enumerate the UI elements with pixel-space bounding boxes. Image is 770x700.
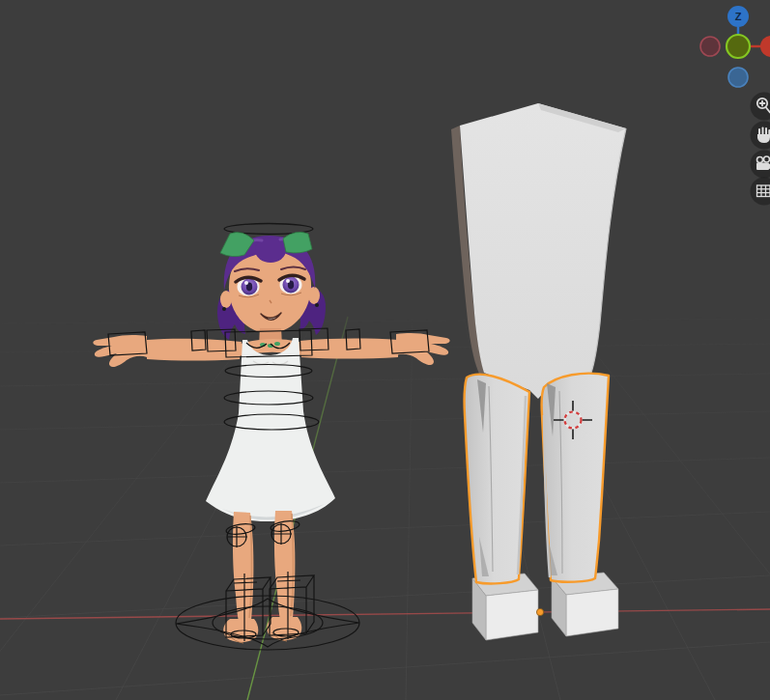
viewport-canvas: Z (0, 0, 770, 700)
right-earring (315, 303, 319, 307)
left-earring (222, 307, 226, 311)
z-axis-label: Z (735, 11, 742, 22)
object-origin-dot (536, 608, 543, 615)
x-negative-handle[interactable] (700, 37, 720, 56)
z-negative-handle[interactable] (728, 68, 748, 87)
y-center-handle[interactable] (727, 35, 750, 58)
3d-viewport[interactable]: Z (0, 0, 770, 700)
